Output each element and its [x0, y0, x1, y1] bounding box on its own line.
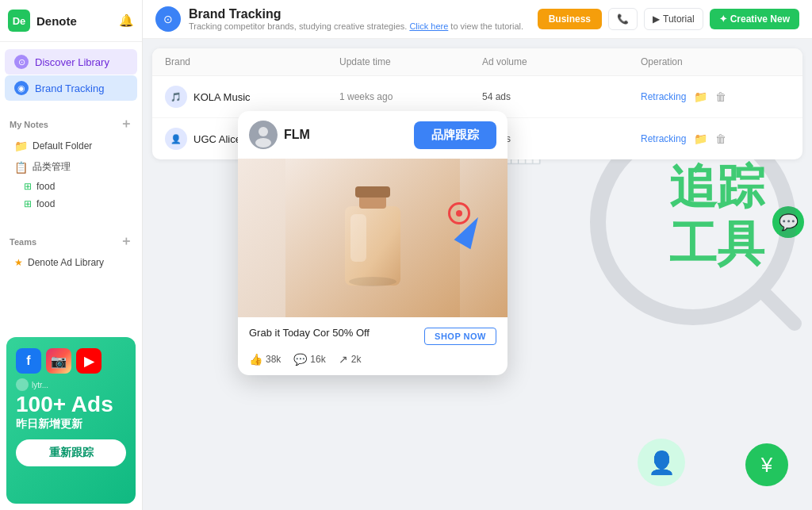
topbar-actions: Business 📞 ▶ Tutorial ✦ Creative New: [538, 8, 799, 30]
youtube-icon: ▶: [76, 348, 102, 374]
promo-ads-count: 100+ Ads: [16, 393, 126, 417]
comments-count: 16k: [310, 354, 325, 365]
demo-card-footer: Grab it Today Cor 50% Off SHOP NOW 👍 38k…: [238, 317, 508, 375]
promo-username: lytr...: [32, 381, 48, 389]
update-time-1: 1 weeks ago: [339, 91, 482, 102]
add-team-button[interactable]: ＋: [120, 233, 132, 250]
demo-card-header: FLM 品牌跟踪: [238, 111, 508, 159]
table-header: Brand Update time Ad volume Operation: [152, 48, 802, 76]
sidebar: De Denote 🔔 ⊙ Discover Library ◉ Brand T…: [0, 0, 143, 510]
category-management-item[interactable]: 📋 品类管理: [0, 156, 142, 178]
shares-stat: ↗ 2k: [339, 353, 362, 366]
col-update-time: Update time: [339, 56, 482, 67]
svg-point-3: [259, 127, 268, 136]
delete-op-icon-1[interactable]: 🗑: [715, 90, 726, 103]
chat-icon: 💬: [772, 206, 804, 238]
facebook-icon: f: [16, 348, 41, 374]
op-cell-1: Retracking 📁 🗑: [641, 90, 790, 103]
folder-op-icon-1[interactable]: 📁: [694, 90, 707, 103]
teams-section-title: Teams ＋: [0, 225, 142, 253]
shop-now-row: Grab it Today Cor 50% Off SHOP NOW: [249, 327, 496, 345]
demo-brand-name: FLM: [284, 128, 310, 142]
folder-icon: 📁: [14, 140, 28, 152]
food-item-1[interactable]: ⊞ food: [0, 178, 142, 195]
food-label-1: food: [36, 181, 55, 192]
brand-cell-1: 🎵 KOLA Music: [165, 86, 339, 108]
like-icon: 👍: [249, 353, 262, 366]
grid-icon-2: ⊞: [24, 198, 32, 209]
discover-icon: ⊙: [14, 55, 29, 69]
phone-button[interactable]: 📞: [608, 8, 638, 30]
svg-line-1: [764, 293, 795, 324]
brand-avatar-2: 👤: [165, 128, 187, 150]
demo-card-image: [238, 159, 508, 317]
food-label-2: food: [36, 198, 55, 209]
promo-social-icons: f 📷 ▶: [16, 348, 126, 374]
default-folder-label: Default Folder: [33, 140, 92, 151]
shares-count: 2k: [351, 354, 362, 365]
track-brand-button[interactable]: 品牌跟踪: [414, 121, 496, 149]
demo-brand: FLM: [249, 121, 310, 149]
sidebar-nav: ⊙ Discover Library ◉ Brand Tracking: [0, 42, 142, 108]
category-label: 品类管理: [33, 160, 71, 174]
business-button[interactable]: Business: [538, 9, 602, 29]
share-icon: ↗: [339, 353, 348, 366]
link-suffix: to view the tutorial.: [450, 21, 523, 31]
demo-brand-avatar: [249, 121, 278, 149]
comment-icon: 💬: [293, 353, 307, 366]
comments-stat: 💬 16k: [293, 353, 325, 366]
page-icon: ⊙: [155, 6, 181, 32]
denote-ad-library-item[interactable]: ★ Denote Ad Library: [0, 253, 142, 272]
col-brand: Brand: [165, 56, 339, 67]
instagram-icon: 📷: [46, 348, 71, 374]
bell-icon[interactable]: 🔔: [119, 13, 134, 28]
creative-new-button[interactable]: ✦ Creative New: [710, 9, 799, 29]
my-teams-section: Teams ＋ ★ Denote Ad Library: [0, 225, 142, 272]
star-icon: ★: [14, 257, 23, 268]
delete-op-icon-2[interactable]: 🗑: [715, 132, 726, 145]
promo-user: lytr...: [16, 378, 126, 391]
promo-banner: f 📷 ▶ lytr... 100+ Ads 昨日新增更新 重新跟踪: [6, 337, 136, 504]
retrack-link-2[interactable]: Retracking: [641, 133, 686, 144]
subtitle-text: Tracking competitor brands, studying cre…: [189, 21, 407, 31]
brand-tracking-icon: ◉: [14, 81, 29, 95]
yen-icon: ¥: [745, 443, 788, 486]
svg-point-4: [255, 138, 271, 148]
col-ad-volume: Ad volume: [482, 56, 641, 67]
person-icon: 👤: [638, 439, 685, 486]
default-folder-item[interactable]: 📁 Default Folder: [0, 136, 142, 156]
tutorial-link[interactable]: Click here: [409, 21, 448, 31]
promo-subtitle: 昨日新增更新: [16, 417, 126, 431]
ad-volume-1: 54 ads: [482, 91, 641, 102]
sidebar-item-brand-tracking[interactable]: ◉ Brand Tracking: [5, 75, 137, 101]
folder-op-icon-2[interactable]: 📁: [694, 132, 707, 145]
phone-icon: 📞: [617, 13, 629, 25]
add-note-button[interactable]: ＋: [120, 116, 132, 132]
op-cell-2: Retracking 📁 🗑: [641, 132, 790, 145]
teams-label: Teams: [10, 237, 36, 247]
my-notes-section: My Notes ＋: [0, 108, 142, 136]
app-name: Denote: [36, 14, 77, 28]
main-content: ⊙ Brand Tracking Tracking competitor bra…: [143, 0, 812, 510]
sidebar-item-discover[interactable]: ⊙ Discover Library: [5, 49, 137, 75]
svg-rect-8: [355, 186, 390, 197]
brand-name-2: UGC Alice: [193, 133, 241, 145]
likes-stat: 👍 38k: [249, 353, 281, 366]
retrack-link-1[interactable]: Retracking: [641, 91, 686, 102]
shop-now-button[interactable]: SHOP NOW: [424, 328, 496, 345]
tutorial-button[interactable]: ▶ Tutorial: [644, 8, 703, 30]
perfume-illustration: [285, 159, 460, 317]
svg-point-10: [349, 277, 396, 286]
sidebar-item-discover-label: Discover Library: [35, 56, 109, 68]
food-item-2[interactable]: ⊞ food: [0, 195, 142, 213]
star-sparkle-icon: ✦: [719, 13, 727, 25]
grid-icon-1: ⊞: [24, 181, 32, 192]
track-text-decoration: 追踪工具: [669, 159, 764, 273]
svg-rect-9: [350, 214, 366, 262]
tutorial-label: Tutorial: [663, 13, 695, 25]
page-subtitle: Tracking competitor brands, studying cre…: [189, 21, 530, 31]
promo-retrack-button[interactable]: 重新跟踪: [16, 439, 126, 466]
ad-text: Grab it Today Cor 50% Off: [249, 327, 370, 339]
demo-card: FLM 品牌跟踪: [238, 111, 508, 375]
col-operation: Operation: [641, 56, 790, 67]
